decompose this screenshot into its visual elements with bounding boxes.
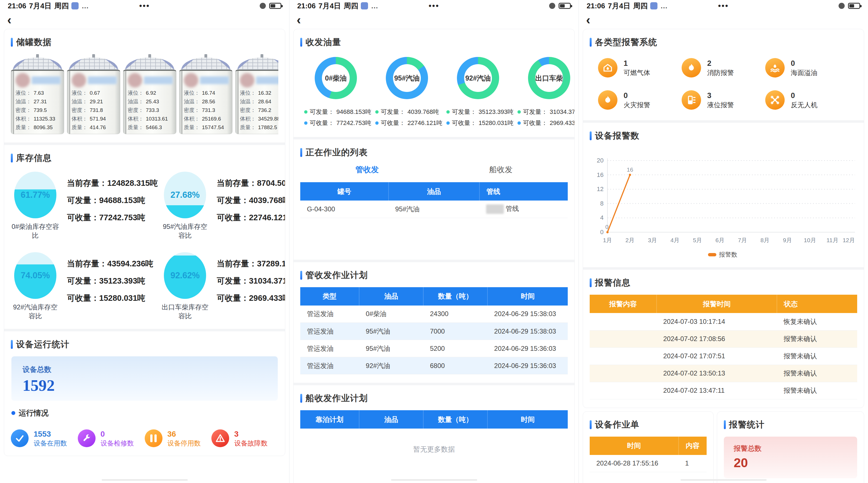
level-gauge-icon xyxy=(682,90,701,110)
tank-field-label: 油温： xyxy=(72,97,88,106)
tank-field-label: 质量： xyxy=(72,123,88,132)
back-button[interactable]: ‹ xyxy=(7,13,11,26)
inventory-item: 74.05% 92#汽油库存空容比 当前存量：43594.236吨 可发量：35… xyxy=(11,252,158,321)
tank-card[interactable]: 液位：16.74 油温：28.56 密度：731.3 体积：25169.6 质量… xyxy=(179,54,232,134)
alarm-type-oil-spill: 0海面溢油 xyxy=(765,58,849,78)
bullet-dot xyxy=(11,411,15,415)
status-day: 周四 xyxy=(633,1,647,11)
back-button[interactable]: ‹ xyxy=(586,13,590,26)
svg-text:4月: 4月 xyxy=(671,237,680,243)
tank-dome xyxy=(125,58,174,70)
donut-chart: 出口车柴 xyxy=(528,57,570,99)
section-accent-bar xyxy=(590,420,592,429)
dashboard-triptych: 21:06 7月4日 周四 … ••• ‹ 储罐数据 xyxy=(0,0,868,483)
device-total-card: 设备总数 1592 xyxy=(11,356,278,401)
section-accent-bar xyxy=(300,394,302,403)
wrench-icon xyxy=(78,429,96,447)
section-accent-bar xyxy=(11,38,13,47)
tank-seal-blur xyxy=(240,73,254,88)
tank-field-value: 34529.88 xyxy=(258,115,278,123)
more-menu-icon[interactable]: ••• xyxy=(99,1,190,10)
tank-field-value: 733.3 xyxy=(146,106,159,115)
panel-tanks: 21:06 7月4日 周四 … ••• ‹ 储罐数据 xyxy=(0,0,289,483)
tank-field-label: 质量： xyxy=(128,123,144,132)
fire-icon xyxy=(598,90,617,110)
table-row: 2024-07-02 17:08:56报警未确认 xyxy=(590,330,857,348)
alarm-type-drone: 0反无人机 xyxy=(765,90,849,110)
tank-card[interactable]: 液位：16.32 油温：28.64 密度：736.2 体积：34529.88 质… xyxy=(235,54,278,134)
home-indicator xyxy=(681,479,767,481)
tank-field-value: 27.31 xyxy=(34,97,47,106)
gauge-label: 95#汽油库存空容比 xyxy=(160,222,210,240)
tank-scroll-row[interactable]: 液位：7.63 油温：27.31 密度：739.5 体积：11325.33 质量… xyxy=(11,54,278,134)
section-title: 设备运行统计 xyxy=(16,339,69,350)
table-row: 2024-06-28 17:55:161 xyxy=(590,455,707,472)
tank-field-label: 液位： xyxy=(184,89,200,97)
section-title: 船收发作业计划 xyxy=(306,392,368,404)
table-row: 2024-07-02 17:07:51报警未确认 xyxy=(590,348,857,365)
section-pipe-plan: 管收发作业计划 类型 油品 数量（吨） 时间 管运发油0#柴油243002024… xyxy=(293,262,575,383)
section-title: 收发油量 xyxy=(306,36,341,48)
tank-field-label: 液位： xyxy=(72,89,88,97)
check-icon xyxy=(11,429,29,447)
tank-field-label: 体积： xyxy=(128,115,144,123)
tank-field-label: 液位： xyxy=(128,89,144,97)
inventory-item: 61.77% 0#柴油库存空容比 当前存量：124828.315吨 可发量：94… xyxy=(11,172,158,240)
tank-card[interactable]: 液位：0.67 油温：29.21 密度：731.8 体积：571.94 质量：4… xyxy=(67,54,120,134)
svg-text:8: 8 xyxy=(600,200,603,207)
status-more-icon: … xyxy=(660,2,668,10)
ship-plan-table: 靠泊计划 油品 数量（吨） 时间 xyxy=(300,410,568,428)
table-row: 管运发油95#汽油52002024-06-29 15:36:03 xyxy=(300,340,568,357)
stat-device-stopped: 36设备停用数 xyxy=(145,429,212,448)
stat-device-fault: 3设备故障数 xyxy=(211,429,278,448)
svg-text:2月: 2月 xyxy=(625,237,635,243)
svg-text:1月: 1月 xyxy=(603,237,612,243)
app-indicator-icon xyxy=(71,2,79,9)
tab-pipe[interactable]: 管收发 xyxy=(300,164,434,175)
tank-name-blur xyxy=(200,77,229,84)
send-dot xyxy=(375,110,379,114)
status-date: 7月4日 xyxy=(318,1,341,11)
recv-dot xyxy=(446,121,450,125)
recv-dot xyxy=(518,121,521,125)
more-menu-icon[interactable]: ••• xyxy=(388,1,479,10)
tank-field-value: 739.5 xyxy=(34,106,47,115)
gauge-label: 出口车柴库存空容比 xyxy=(160,303,210,321)
section-divider xyxy=(293,260,575,262)
alarm-total-value: 20 xyxy=(734,455,847,470)
tab-ship[interactable]: 船收发 xyxy=(434,164,568,175)
section-accent-bar xyxy=(724,420,726,429)
section-title: 报警统计 xyxy=(729,419,765,430)
section-title: 库存信息 xyxy=(16,152,52,164)
tank-field-value: 11325.33 xyxy=(34,115,55,123)
alarm-card: 各类型报警系统 1可燃气体 2消防报警 0海面溢油 xyxy=(583,29,864,408)
recv-dot xyxy=(304,121,308,125)
tank-vent xyxy=(260,54,263,58)
svg-text:10月: 10月 xyxy=(804,237,816,243)
device-total-label: 设备总数 xyxy=(23,365,267,374)
back-button[interactable]: ‹ xyxy=(297,13,301,26)
tank-field-value: 571.94 xyxy=(90,115,106,123)
send-dot xyxy=(518,110,521,114)
tank-field-label: 质量： xyxy=(184,123,200,132)
tank-seal-blur xyxy=(72,73,86,88)
svg-text:7月: 7月 xyxy=(738,237,747,243)
tank-field-label: 密度： xyxy=(128,106,144,115)
app-indicator-icon xyxy=(650,2,657,9)
tank-card[interactable]: 液位：6.92 油温：25.43 密度：733.3 体积：10313.61 质量… xyxy=(123,54,176,134)
tank-card[interactable]: 液位：7.63 油温：27.31 密度：739.5 体积：11325.33 质量… xyxy=(11,54,64,134)
legend-label: 报警数 xyxy=(719,250,738,259)
tank-vent xyxy=(148,54,151,58)
tank-vent xyxy=(205,54,207,58)
tank-field-label: 密度： xyxy=(72,106,88,115)
tank-name-blur xyxy=(32,77,61,84)
section-title: 设备报警数 xyxy=(595,130,640,142)
tank-field-value: 29.21 xyxy=(90,97,103,106)
table-row: 管运发油92#汽油68002024-06-29 15:36:03 xyxy=(300,357,568,374)
svg-text:4: 4 xyxy=(600,214,603,221)
status-time: 21:06 xyxy=(297,2,316,10)
more-menu-icon[interactable]: ••• xyxy=(678,1,769,10)
svg-text:11月: 11月 xyxy=(827,237,839,243)
section-divider xyxy=(583,120,864,123)
tank-seal-blur xyxy=(184,73,198,88)
